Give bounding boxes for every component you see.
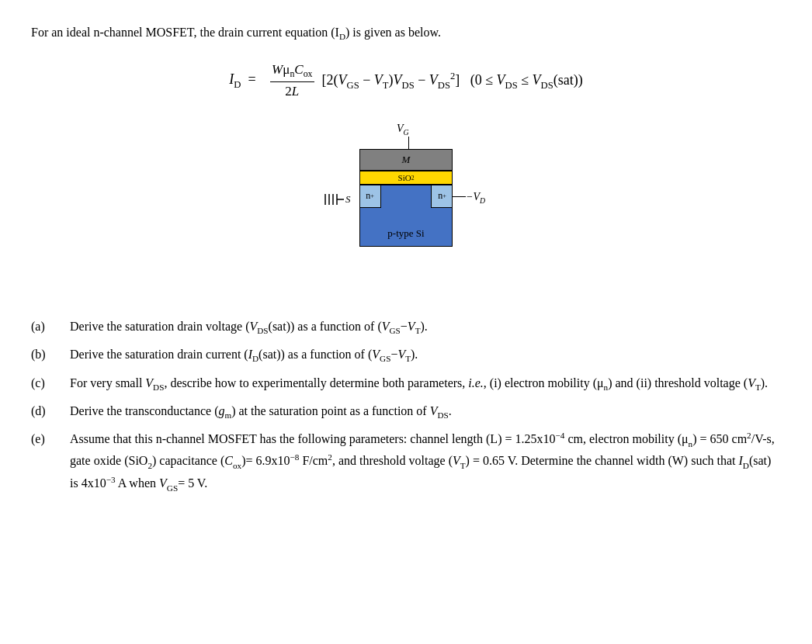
- question-c: (c) For very small VDS, describe how to …: [31, 373, 781, 395]
- question-b: (b) Derive the saturation drain current …: [31, 345, 781, 366]
- gate-metal: M: [359, 149, 453, 171]
- vd-wire: [453, 196, 466, 197]
- vd-label: −VD: [466, 191, 485, 205]
- n-plus-right: n+: [431, 185, 453, 208]
- question-d: (d) Derive the transconductance (gm) at …: [31, 401, 781, 423]
- q-text-a: Derive the saturation drain voltage (VDS…: [70, 317, 781, 338]
- q-label-e: (e): [31, 429, 70, 495]
- question-a: (a) Derive the saturation drain voltage …: [31, 317, 781, 338]
- vg-label: VG: [397, 123, 409, 137]
- fraction-WmuCox-2L: WμnCox 2L: [270, 62, 314, 99]
- mosfet-diagram: VG M SiO2 p-type Si n+ n+: [31, 123, 781, 293]
- q-text-e: Assume that this n-channel MOSFET has th…: [70, 429, 781, 495]
- sio2-layer: SiO2: [359, 171, 453, 185]
- q-label-d: (d): [31, 401, 70, 423]
- q-label-b: (b): [31, 345, 70, 366]
- questions-section: (a) Derive the saturation drain voltage …: [31, 317, 781, 495]
- n-plus-left: n+: [359, 185, 381, 208]
- q-text-b: Derive the saturation drain current (ID(…: [70, 345, 781, 366]
- vg-line: [408, 137, 409, 149]
- question-e: (e) Assume that this n-channel MOSFET ha…: [31, 429, 781, 495]
- q-label-a: (a): [31, 317, 70, 338]
- q-label-c: (c): [31, 373, 70, 395]
- intro-paragraph: For an ideal n-channel MOSFET, the drain…: [31, 23, 781, 43]
- s-label: S: [322, 191, 351, 208]
- q-text-d: Derive the transconductance (gm) at the …: [70, 401, 781, 423]
- drain-current-equation: ID = WμnCox 2L [2(VGS − VT)VDS − VDS2] (…: [31, 62, 781, 99]
- q-text-c: For very small VDS, describe how to expe…: [70, 373, 781, 395]
